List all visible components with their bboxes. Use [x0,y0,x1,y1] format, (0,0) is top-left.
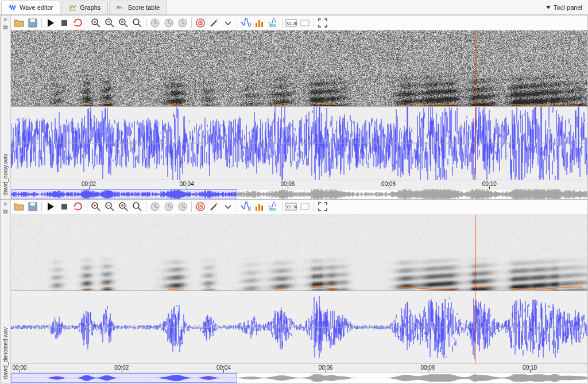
svg-point-8 [133,19,139,25]
svg-rect-23 [30,203,35,205]
open-file-button[interactable] [13,17,25,29]
zoom-out-button[interactable] [103,17,116,29]
separator [237,201,237,212]
clock-icon [163,17,175,29]
play-icon [45,201,56,212]
tab-score-table[interactable]: I% Score table [109,1,167,14]
wand-icon [208,201,220,212]
overview-strip[interactable] [11,189,587,199]
zoom-fit-button[interactable] [117,17,130,29]
svg-point-35 [200,206,201,207]
filter-dropdown[interactable] [222,17,234,29]
stop-button[interactable] [58,200,71,213]
overview-selection[interactable] [11,189,237,199]
waveform-view[interactable] [11,291,587,363]
timer-a-button[interactable] [149,17,161,29]
zoom-in-icon [90,201,102,212]
target-button[interactable] [194,200,207,213]
table-icon: I% [117,3,125,11]
blank-toggle[interactable] [299,17,311,29]
link-pane-button[interactable]: ⧉ [3,208,7,215]
loop-button[interactable] [72,17,84,29]
time-ruler[interactable]: 00:0200:0400:0600:0800:10 [11,180,587,189]
filter-dropdown[interactable] [222,200,234,213]
separator [282,18,283,28]
svg-rect-17 [261,22,263,27]
tab-bar: Wave editor Graphs I% Score table Tool p… [0,0,588,15]
waveform-view[interactable] [11,107,587,179]
folder-icon [13,201,25,212]
target-icon [195,201,206,212]
zoom-in-button[interactable] [90,200,102,213]
view-wave-button[interactable] [239,17,252,29]
tab-wave-editor[interactable]: Wave editor [1,1,60,14]
zoom-fit-icon [118,17,129,29]
wand-button[interactable] [208,200,220,213]
overview-selection[interactable] [11,373,237,383]
chevron-down-icon [546,6,551,9]
stop-button[interactable] [58,17,71,29]
target-button[interactable] [194,17,207,29]
loop-button[interactable] [72,200,84,213]
time-counter[interactable]: 01:36 [285,17,297,29]
close-pane-button[interactable]: × [4,201,7,207]
svg-point-7 [121,21,123,23]
blank-toggle[interactable] [299,200,311,213]
timer-b-button[interactable] [163,200,175,213]
zoom-fit-icon [118,201,129,212]
save-button[interactable] [26,17,39,29]
counter-icon: 01:36 [285,201,297,212]
timer-a-button[interactable] [149,200,161,213]
timer-b-button[interactable] [163,17,175,29]
view-spec-button[interactable] [253,200,266,213]
audio-pane: × ⧉ david_noisy.wav 01:36 00:0200:0400:0… [1,15,587,200]
folder-icon [13,17,25,29]
tool-panel-toggle[interactable]: Tool panel [546,4,588,11]
target-icon [195,17,206,29]
zoom-out-button[interactable] [103,200,116,213]
fullscreen-button[interactable] [316,200,329,213]
open-file-button[interactable] [13,200,25,213]
separator [87,18,87,28]
timer-c-button[interactable] [176,200,189,213]
svg-text:I%: I% [117,5,123,10]
viewer[interactable]: 00:0000:0200:0400:0600:0800:10 [11,215,587,383]
svg-rect-16 [258,20,260,27]
zoom-sel-button[interactable] [131,17,144,29]
view-spec-button[interactable] [253,17,266,29]
chevron-down-icon [222,17,234,29]
svg-rect-36 [256,207,257,211]
play-button[interactable] [44,17,57,29]
zoom-fit-button[interactable] [117,200,130,213]
time-ruler[interactable]: 00:0000:0200:0400:0600:0800:10 [11,363,587,373]
wand-button[interactable] [208,17,220,29]
close-pane-button[interactable]: × [4,17,7,23]
fullscreen-button[interactable] [316,17,329,29]
pane-toolbar: 01:36 [11,15,587,30]
zoom-sel-button[interactable] [131,200,144,213]
overview-strip[interactable] [11,373,587,383]
audio-pane: × ⧉ david_denoised.wav 01:36 00:0000:020… [1,200,587,383]
separator [191,18,192,28]
time-counter[interactable]: 01:36 [285,200,297,213]
spectrogram-view[interactable] [11,215,587,291]
play-button[interactable] [44,200,57,213]
counter-icon: 01:36 [285,17,297,29]
view-both-button[interactable] [267,17,280,29]
view-wave-button[interactable] [239,200,252,213]
view-both-button[interactable] [267,200,280,213]
svg-rect-2 [30,19,35,22]
zoom-out-icon [104,17,115,29]
both-icon [268,17,279,29]
spectrogram-view[interactable] [11,30,587,107]
tab-graphs[interactable]: Graphs [61,1,108,14]
blank-icon [299,201,311,212]
timer-c-button[interactable] [176,17,189,29]
zoom-in-icon [90,17,102,29]
viewer[interactable]: 00:0200:0400:0600:0800:10 [11,30,587,199]
save-button[interactable] [26,200,39,213]
zoom-in-button[interactable] [90,17,102,29]
zoom-sel-icon [131,17,143,29]
link-pane-button[interactable]: ⧉ [3,24,7,31]
tool-panel-label: Tool panel [554,4,582,11]
